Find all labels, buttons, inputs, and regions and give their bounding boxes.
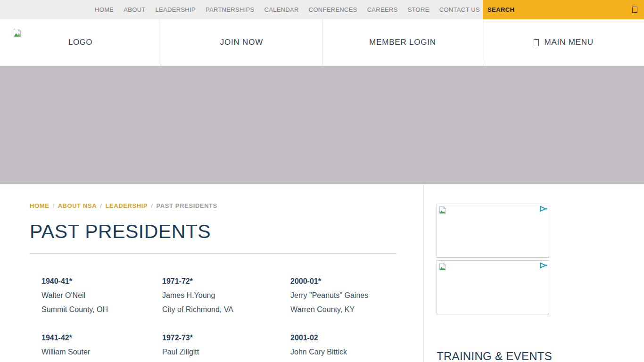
join-now-label: JOIN NOW: [220, 38, 263, 47]
main-header: LOGO JOIN NOW MEMBER LOGIN MAIN MENU: [0, 19, 644, 66]
search-bar[interactable]: SEARCH: [483, 0, 644, 19]
president-name: Jerry "Peanuts" Gaines: [290, 288, 396, 303]
page-body: HOME/ABOUT NSA/LEADERSHIP/PAST PRESIDENT…: [0, 184, 644, 362]
training-events-heading: TRAINING & EVENTS: [437, 350, 644, 362]
adchoices-icon[interactable]: [539, 262, 548, 269]
adchoices-icon[interactable]: [539, 205, 548, 213]
president-term: 1972-73*: [162, 331, 279, 345]
utility-nav-item-contact-us[interactable]: CONTACT US: [439, 6, 480, 13]
president-name: Paul Zillgitt: [162, 345, 279, 359]
president-location: Warren County, KY: [290, 303, 396, 317]
breadcrumb-link-about-nsa[interactable]: ABOUT NSA: [58, 202, 97, 209]
president-entry: 2001-02 John Cary Bittick: [279, 331, 396, 359]
menu-missing-glyph-icon: [534, 39, 539, 46]
breadcrumb: HOME/ABOUT NSA/LEADERSHIP/PAST PRESIDENT…: [30, 202, 423, 209]
past-presidents-list: 1940-41* Walter O'Neil Summit County, OH…: [30, 274, 423, 362]
breadcrumb-link-leadership[interactable]: LEADERSHIP: [106, 202, 148, 209]
utility-nav-item-calendar[interactable]: CALENDAR: [264, 6, 298, 13]
main-menu-button[interactable]: MAIN MENU: [483, 19, 644, 66]
president-term: 1940-41*: [41, 274, 150, 288]
sidebar: TRAINING & EVENTS: [424, 184, 644, 362]
main-content: HOME/ABOUT NSA/LEADERSHIP/PAST PRESIDENT…: [0, 184, 424, 362]
utility-nav-item-store[interactable]: STORE: [408, 6, 429, 13]
utility-nav: HOME ABOUT LEADERSHIP PARTNERSHIPS CALEN…: [0, 0, 483, 19]
president-name: William Souter: [41, 345, 150, 359]
president-name: James H.Young: [162, 288, 279, 303]
member-login-label: MEMBER LOGIN: [369, 38, 436, 47]
logo-alt-text: LOGO: [0, 19, 161, 66]
president-entry: 2000-01* Jerry "Peanuts" Gaines Warren C…: [279, 274, 396, 317]
breadcrumb-current: PAST PRESIDENTS: [157, 202, 217, 209]
search-label: SEARCH: [487, 6, 514, 13]
president-location: Summit County, OH: [41, 303, 150, 317]
utility-bar: HOME ABOUT LEADERSHIP PARTNERSHIPS CALEN…: [0, 0, 644, 19]
president-term: 2001-02: [290, 331, 396, 345]
main-menu-label: MAIN MENU: [544, 38, 593, 47]
breadcrumb-link-home[interactable]: HOME: [30, 202, 49, 209]
page-title: PAST PRESIDENTS: [30, 221, 423, 243]
breadcrumb-separator: /: [100, 202, 102, 209]
president-name: John Cary Bittick: [290, 345, 396, 359]
president-term: 1941-42*: [41, 331, 150, 345]
president-entry: 1941-42* William Souter: [30, 331, 150, 359]
utility-nav-item-careers[interactable]: CAREERS: [367, 6, 398, 13]
president-location: City of Richmond, VA: [162, 303, 279, 317]
utility-nav-item-home[interactable]: HOME: [95, 6, 114, 13]
president-term: 2000-01*: [290, 274, 396, 288]
ad-placeholder[interactable]: [437, 204, 549, 258]
president-entry: 1940-41* Walter O'Neil Summit County, OH: [30, 274, 150, 317]
breadcrumb-separator: /: [52, 202, 54, 209]
breadcrumb-separator: /: [151, 202, 153, 209]
search-missing-glyph-icon: [632, 7, 637, 13]
title-divider: [30, 253, 396, 254]
utility-nav-item-conferences[interactable]: CONFERENCES: [309, 6, 357, 13]
ad-placeholder[interactable]: [437, 260, 549, 314]
join-now-button[interactable]: JOIN NOW: [161, 19, 322, 66]
logo-link[interactable]: LOGO: [0, 19, 161, 66]
hero-banner-image-placeholder: [0, 66, 644, 184]
utility-nav-item-about[interactable]: ABOUT: [124, 6, 145, 13]
utility-nav-item-partnerships[interactable]: PARTNERSHIPS: [206, 6, 255, 13]
president-name: Walter O'Neil: [41, 288, 150, 303]
broken-image-icon: [439, 206, 446, 214]
member-login-button[interactable]: MEMBER LOGIN: [322, 19, 483, 66]
utility-nav-item-leadership[interactable]: LEADERSHIP: [156, 6, 196, 13]
president-term: 1971-72*: [162, 274, 279, 288]
broken-image-icon: [439, 263, 446, 271]
president-entry: 1972-73* Paul Zillgitt: [150, 331, 279, 359]
president-entry: 1971-72* James H.Young City of Richmond,…: [150, 274, 279, 317]
